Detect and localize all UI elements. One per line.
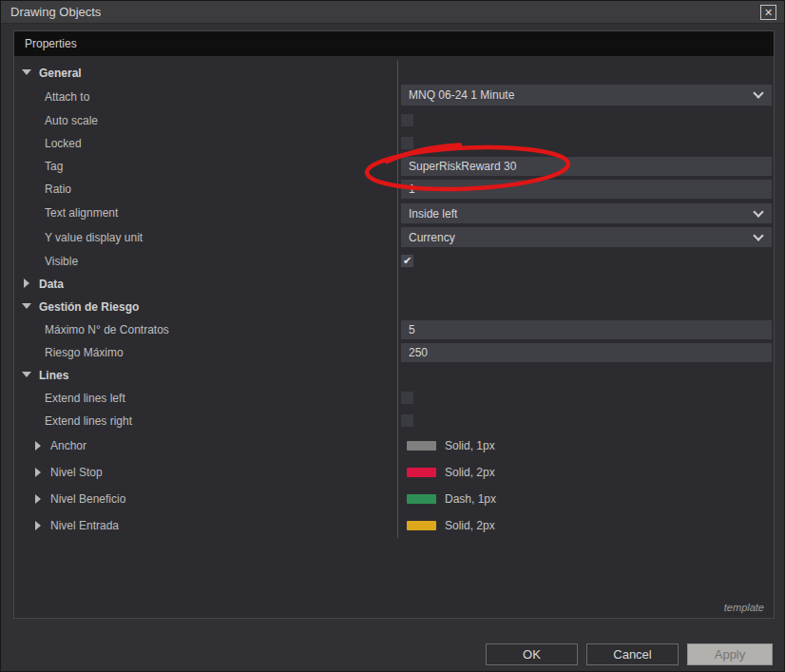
cancel-button[interactable]: Cancel xyxy=(586,643,679,665)
auto-scale-checkbox[interactable] xyxy=(401,114,413,126)
label-y-value-display-unit: Y value display unit xyxy=(45,231,143,244)
maximo-contratos-input[interactable]: 5 xyxy=(401,320,772,339)
nivel-entrada-line-swatch[interactable] xyxy=(407,521,436,530)
triangle-right-icon[interactable] xyxy=(35,494,41,504)
triangle-right-icon[interactable] xyxy=(35,441,41,451)
window-title: Drawing Objects xyxy=(10,5,760,19)
label-auto-scale: Auto scale xyxy=(45,114,98,127)
locked-checkbox[interactable] xyxy=(401,137,413,149)
y-value-display-unit-value: Currency xyxy=(409,231,455,244)
close-icon[interactable]: ✕ xyxy=(760,5,776,20)
title-bar: Drawing Objects ✕ xyxy=(1,1,785,24)
nivel-stop-line-style: Solid, 2px xyxy=(445,466,495,479)
nivel-entrada-line-style: Solid, 2px xyxy=(445,519,495,532)
label-extend-lines-right: Extend lines right xyxy=(45,414,132,428)
triangle-down-icon[interactable] xyxy=(22,69,31,75)
attach-to-dropdown[interactable]: MNQ 06-24 1 Minute xyxy=(401,85,772,106)
triangle-right-icon[interactable] xyxy=(24,278,29,288)
label-maximo-contratos: Máximo N° de Contratos xyxy=(45,323,169,336)
y-value-display-unit-dropdown[interactable]: Currency xyxy=(401,227,772,247)
chevron-down-icon xyxy=(753,87,763,98)
label-ratio: Ratio xyxy=(45,182,71,196)
tag-input[interactable]: SuperRiskReward 30 xyxy=(401,157,772,176)
triangle-right-icon[interactable] xyxy=(35,468,41,477)
properties-header: Properties xyxy=(14,31,774,56)
extend-lines-right-checkbox[interactable] xyxy=(401,414,413,427)
label-tag: Tag xyxy=(45,160,63,173)
label-text-alignment: Text alignment xyxy=(45,206,118,220)
anchor-line-swatch[interactable] xyxy=(407,441,436,451)
text-alignment-dropdown[interactable]: Inside left xyxy=(401,203,772,223)
label-anchor: Anchor xyxy=(50,439,86,452)
apply-button[interactable]: Apply xyxy=(687,643,773,665)
nivel-beneficio-line-swatch[interactable] xyxy=(407,494,436,504)
triangle-right-icon[interactable] xyxy=(35,521,41,530)
label-riesgo-maximo: Riesgo Máximo xyxy=(45,346,124,359)
riesgo-maximo-input[interactable]: 250 xyxy=(401,343,772,362)
check-icon: ✔ xyxy=(403,255,412,266)
chevron-down-icon xyxy=(753,230,763,240)
group-general[interactable]: General xyxy=(39,67,82,80)
grid-splitter xyxy=(397,60,398,538)
label-visible: Visible xyxy=(45,255,78,268)
group-lines[interactable]: Lines xyxy=(39,369,68,382)
ratio-input[interactable]: 1 xyxy=(401,180,772,199)
label-extend-lines-left: Extend lines left xyxy=(45,392,125,405)
chevron-down-icon xyxy=(753,206,763,217)
label-attach-to: Attach to xyxy=(45,90,89,104)
label-locked: Locked xyxy=(45,137,82,150)
visible-checkbox[interactable]: ✔ xyxy=(401,255,413,267)
triangle-down-icon[interactable] xyxy=(22,372,31,377)
nivel-beneficio-line-style: Dash, 1px xyxy=(445,492,496,506)
group-data[interactable]: Data xyxy=(39,278,64,291)
label-nivel-beneficio: Nivel Beneficio xyxy=(50,492,125,506)
ok-button[interactable]: OK xyxy=(486,643,578,665)
template-note: template xyxy=(724,602,764,613)
label-nivel-stop: Nivel Stop xyxy=(50,466,103,479)
drawing-objects-dialog: Drawing Objects ✕ Properties template Ge… xyxy=(0,0,785,672)
label-nivel-entrada: Nivel Entrada xyxy=(50,519,119,532)
attach-to-value: MNQ 06-24 1 Minute xyxy=(409,88,514,102)
text-alignment-value: Inside left xyxy=(409,207,457,221)
extend-lines-left-checkbox[interactable] xyxy=(401,392,413,404)
group-gestion-de-riesgo[interactable]: Gestión de Riesgo xyxy=(39,300,139,314)
nivel-stop-line-swatch[interactable] xyxy=(407,468,436,477)
triangle-down-icon[interactable] xyxy=(22,303,31,309)
anchor-line-style: Solid, 1px xyxy=(445,439,495,452)
